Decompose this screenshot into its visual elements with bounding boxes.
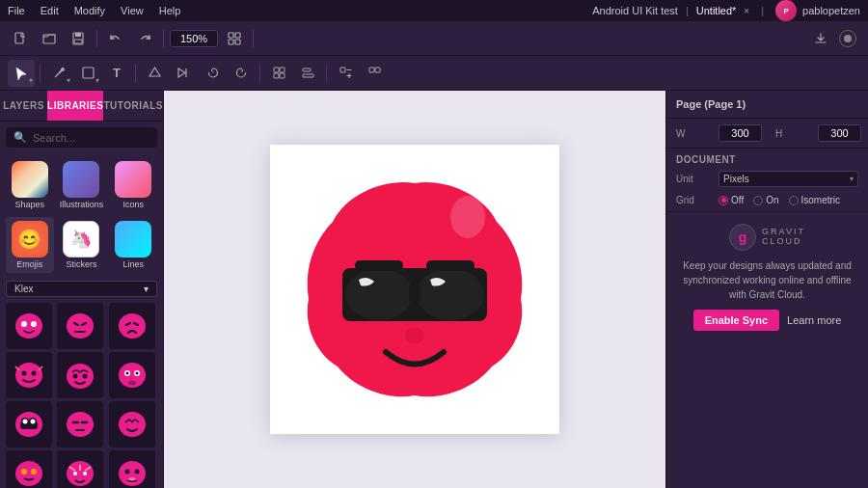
emoji-12[interactable] xyxy=(109,450,155,488)
left-panel: LAYERS LIBRARIES TUTORIALS 🔍 Shapes Illu… xyxy=(0,91,164,488)
tab-close[interactable]: × xyxy=(744,6,749,16)
svg-point-26 xyxy=(67,313,94,339)
toolbar: 150% xyxy=(0,21,868,56)
emoji-3[interactable] xyxy=(109,303,155,349)
undo-btn[interactable] xyxy=(103,26,128,51)
tab-android-kit[interactable]: Android UI Kit test xyxy=(592,5,678,16)
tab-libraries[interactable]: LIBRARIES xyxy=(47,91,103,121)
group-btn[interactable] xyxy=(265,60,292,87)
zoom-level[interactable]: 150% xyxy=(170,30,218,47)
lib-lines-label: Lines xyxy=(122,259,144,269)
shape-tool[interactable]: ▾ xyxy=(74,60,101,87)
svg-rect-3 xyxy=(75,33,81,37)
svg-marker-11 xyxy=(149,68,160,76)
new-btn[interactable] xyxy=(8,26,33,51)
emoji-10[interactable] xyxy=(6,450,52,488)
illustrations-icon xyxy=(63,161,99,198)
tab-separator: | xyxy=(686,5,689,16)
search-bar[interactable]: 🔍 xyxy=(6,127,157,148)
undo-transform-btn[interactable] xyxy=(199,60,226,87)
open-btn[interactable] xyxy=(37,26,62,51)
panel-tabs: LAYERS LIBRARIES TUTORIALS xyxy=(0,91,163,122)
unit-select[interactable]: Pixels ▾ xyxy=(719,171,858,187)
emoji-filter-dropdown[interactable]: Klex ▾ xyxy=(6,281,157,297)
grid-isometric[interactable]: Isometric xyxy=(789,195,841,205)
select-tool[interactable]: ▾ xyxy=(8,60,35,87)
emoji-4[interactable] xyxy=(6,352,52,398)
svg-rect-15 xyxy=(280,68,285,72)
user-info[interactable]: P pablopetzen xyxy=(775,0,860,21)
present-btn[interactable] xyxy=(835,26,860,51)
svg-point-61 xyxy=(83,472,87,475)
menu-help[interactable]: Help xyxy=(159,5,181,16)
more-btn[interactable] xyxy=(332,60,359,87)
emoji-5[interactable] xyxy=(57,352,103,398)
save-btn[interactable] xyxy=(66,26,91,51)
redo-transform-btn[interactable] xyxy=(228,60,255,87)
svg-point-79 xyxy=(345,268,413,320)
menu-modify[interactable]: Modify xyxy=(74,5,105,16)
tool-sep1 xyxy=(40,65,41,82)
h-label: H xyxy=(775,128,810,139)
text-tool[interactable]: T xyxy=(103,60,130,87)
width-input[interactable] xyxy=(719,124,762,142)
document-title: Document xyxy=(676,154,858,165)
learn-more-button[interactable]: Learn more xyxy=(787,314,841,326)
menu-edit[interactable]: Edit xyxy=(41,5,59,16)
lib-emojis[interactable]: 😊 Emojis xyxy=(6,217,54,273)
lib-stickers[interactable]: 🦄 Stickers xyxy=(58,217,106,273)
sep3 xyxy=(253,30,254,47)
component-btn[interactable] xyxy=(361,60,388,87)
align-btn[interactable] xyxy=(294,60,321,87)
pen-tool[interactable]: ▾ xyxy=(45,60,72,87)
flip-btn[interactable] xyxy=(170,60,197,87)
grid-radio-group: Off On Isometric xyxy=(719,195,840,205)
transform-btn[interactable] xyxy=(141,60,168,87)
emojis-icon: 😊 xyxy=(12,221,48,258)
canvas-area[interactable] xyxy=(164,91,665,488)
sep2 xyxy=(163,30,164,47)
lib-illustrations[interactable]: Illustrations xyxy=(58,157,106,213)
emoji-8[interactable] xyxy=(57,401,103,447)
emoji-2[interactable] xyxy=(57,303,103,349)
lib-shapes[interactable]: Shapes xyxy=(6,157,54,213)
emoji-section: Klex ▾ xyxy=(0,277,163,488)
svg-rect-82 xyxy=(355,260,403,271)
emoji-9[interactable] xyxy=(109,401,155,447)
record-icon xyxy=(839,30,856,47)
svg-point-35 xyxy=(32,371,37,376)
enable-sync-button[interactable]: Enable Sync xyxy=(693,310,779,331)
grid-on[interactable]: On xyxy=(753,195,778,205)
export-btn[interactable] xyxy=(808,26,833,51)
tab-tutorials[interactable]: TUTORIALS xyxy=(103,91,163,121)
tab-layers[interactable]: LAYERS xyxy=(0,91,47,121)
tab-separator2: | xyxy=(761,5,764,16)
emoji-7[interactable] xyxy=(6,401,52,447)
emoji-6[interactable] xyxy=(109,352,155,398)
grid-off[interactable]: Off xyxy=(719,195,744,205)
svg-rect-19 xyxy=(303,74,313,77)
svg-marker-12 xyxy=(178,68,185,77)
fit-btn[interactable] xyxy=(222,26,247,51)
menu-file[interactable]: File xyxy=(8,5,25,16)
main-area: LAYERS LIBRARIES TUTORIALS 🔍 Shapes Illu… xyxy=(0,91,868,488)
menu-view[interactable]: View xyxy=(121,5,144,16)
height-input[interactable] xyxy=(818,124,861,142)
gravit-g-icon: g xyxy=(729,224,756,251)
emoji-1[interactable] xyxy=(6,303,52,349)
radio-on-dot xyxy=(753,196,763,205)
tab-untitled[interactable]: Untitled* xyxy=(696,5,737,16)
grid-label: Grid xyxy=(676,195,711,205)
lib-lines[interactable]: Lines xyxy=(109,217,157,273)
redo-btn[interactable] xyxy=(132,26,157,51)
search-input[interactable] xyxy=(33,132,166,144)
svg-point-43 xyxy=(135,372,138,375)
svg-rect-20 xyxy=(340,68,345,72)
emoji-11[interactable] xyxy=(57,450,103,488)
svg-point-55 xyxy=(119,412,146,437)
svg-point-49 xyxy=(23,420,28,424)
lib-icons-label: Icons xyxy=(122,200,144,209)
svg-point-58 xyxy=(31,469,37,474)
lib-icons[interactable]: Icons xyxy=(109,157,157,213)
svg-rect-4 xyxy=(74,40,82,43)
